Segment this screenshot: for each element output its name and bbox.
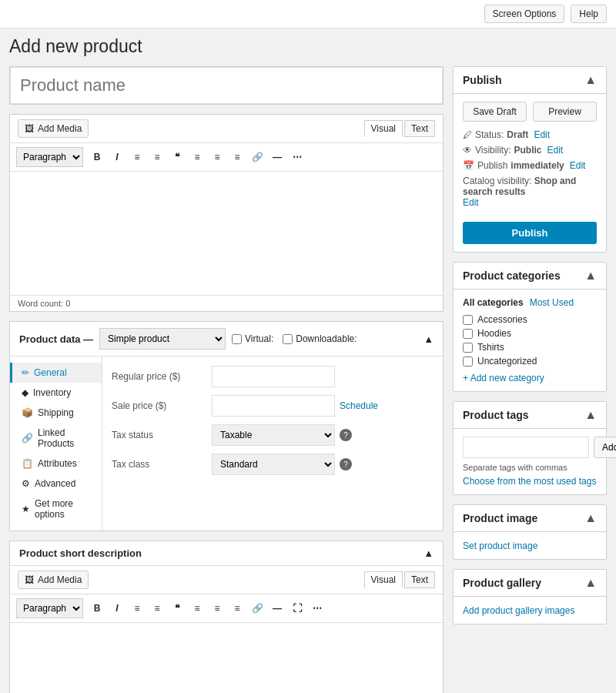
regular-price-input[interactable]: [212, 366, 335, 387]
product-name-input[interactable]: [10, 67, 443, 104]
short-desc-add-media-button[interactable]: 🖼 Add Media: [18, 571, 89, 589]
category-item: Uncategorized: [463, 356, 597, 367]
tax-status-help-icon[interactable]: ?: [340, 429, 352, 441]
categories-panel-header: Product categories ▲: [454, 263, 606, 290]
short-desc-text-tab[interactable]: Text: [404, 571, 435, 588]
italic-button[interactable]: I: [108, 148, 126, 166]
sd-align-left-button[interactable]: ≡: [188, 599, 206, 618]
tax-class-help-icon[interactable]: ?: [340, 458, 352, 470]
set-product-image-link[interactable]: Set product image: [463, 541, 537, 551]
tags-panel-body: Add Separate tags with commas Choose fro…: [454, 429, 606, 494]
add-gallery-images-link[interactable]: Add product gallery images: [463, 605, 574, 616]
product-data-body: ✏ General ◆ Inventory 📦 Shipping 🔗 Linke…: [10, 357, 443, 531]
virtual-label: Virtual:: [232, 333, 273, 344]
sd-italic-button[interactable]: I: [108, 599, 126, 618]
nav-item-linked-products[interactable]: 🔗 Linked Products: [10, 423, 102, 454]
catalog-label: Catalog visibility:: [463, 176, 531, 186]
text-tab[interactable]: Text: [404, 120, 435, 137]
publish-toggle-icon[interactable]: ▲: [584, 73, 597, 87]
sd-link-button[interactable]: 🔗: [248, 599, 266, 618]
unordered-list-button[interactable]: ≡: [128, 148, 146, 166]
tax-class-select[interactable]: Standard Reduced rate Zero rate: [212, 454, 335, 475]
help-button[interactable]: Help: [571, 5, 607, 23]
most-used-tab[interactable]: Most Used: [530, 297, 574, 308]
catalog-edit-link[interactable]: Edit: [463, 197, 597, 208]
publish-panel-title: Publish: [463, 74, 502, 86]
editor-content-area[interactable]: [10, 172, 443, 295]
status-edit-link[interactable]: Edit: [534, 129, 550, 140]
category-hoodies-label: Hoodies: [477, 328, 511, 339]
nav-item-general[interactable]: ✏ General: [10, 363, 102, 383]
category-hoodies-checkbox[interactable]: [463, 329, 473, 339]
choose-tags-link[interactable]: Choose from the most used tags: [463, 476, 596, 487]
tag-input[interactable]: [463, 437, 589, 458]
short-desc-add-media-label: Add Media: [38, 574, 82, 585]
virtual-checkbox[interactable]: [232, 334, 242, 344]
add-media-button[interactable]: 🖼 Add Media: [18, 119, 89, 138]
short-desc-format-bar: Paragraph B I ≡ ≡ ❝ ≡ ≡ ≡ 🔗 — ⛶ ⋯: [10, 594, 443, 623]
sd-align-right-button[interactable]: ≡: [228, 599, 246, 618]
bold-button[interactable]: B: [88, 148, 106, 166]
schedule-link[interactable]: Schedule: [340, 400, 378, 411]
category-tshirts-checkbox[interactable]: [463, 343, 473, 353]
sd-align-center-button[interactable]: ≡: [208, 599, 226, 618]
downloadable-checkbox[interactable]: [283, 334, 293, 344]
ordered-list-button[interactable]: ≡: [148, 148, 166, 166]
category-uncategorized-checkbox[interactable]: [463, 357, 473, 367]
screen-options-button[interactable]: Screen Options: [484, 5, 565, 23]
sd-unordered-list-button[interactable]: ≡: [128, 599, 146, 618]
add-new-category-link[interactable]: + Add new category: [463, 373, 597, 383]
nav-get-more-label: Get more options: [35, 498, 92, 520]
tax-status-select[interactable]: Taxable Shipping only None: [212, 424, 335, 446]
visual-tab[interactable]: Visual: [364, 120, 403, 137]
product-gallery-toggle[interactable]: ▲: [584, 576, 597, 590]
publish-status-row: 🖊 Status: Draft Edit: [463, 129, 597, 140]
publish-time-edit-link[interactable]: Edit: [570, 160, 586, 171]
sd-fullscreen-button[interactable]: ⛶: [288, 599, 306, 618]
sd-more-button[interactable]: ⋯: [308, 599, 326, 618]
category-item: Tshirts: [463, 342, 597, 353]
categories-toggle[interactable]: ▲: [584, 269, 597, 283]
align-center-button[interactable]: ≡: [208, 148, 226, 166]
nav-item-advanced[interactable]: ⚙ Advanced: [10, 474, 102, 494]
short-desc-toggle[interactable]: ▲: [424, 547, 434, 559]
short-desc-content-area[interactable]: [10, 623, 443, 693]
short-desc-add-media-icon: 🖼: [25, 574, 34, 585]
blockquote-button[interactable]: ❝: [168, 148, 186, 166]
product-type-select[interactable]: Simple product Variable product Grouped …: [99, 328, 226, 350]
align-right-button[interactable]: ≡: [228, 148, 246, 166]
add-media-label: Add Media: [38, 123, 82, 134]
page-title: Add new product: [0, 28, 616, 66]
short-desc-paragraph-select[interactable]: Paragraph: [16, 598, 83, 618]
word-count: Word count: 0: [10, 295, 443, 311]
sd-blockquote-button[interactable]: ❝: [168, 599, 186, 618]
product-image-toggle[interactable]: ▲: [584, 511, 597, 525]
short-desc-visual-tab[interactable]: Visual: [364, 571, 403, 588]
product-data-toggle[interactable]: ▲: [424, 333, 434, 345]
save-draft-button[interactable]: Save Draft: [463, 102, 527, 122]
nav-item-shipping[interactable]: 📦 Shipping: [10, 403, 102, 423]
tags-toggle[interactable]: ▲: [584, 408, 597, 422]
all-categories-tab[interactable]: All categories: [463, 297, 524, 308]
link-button[interactable]: 🔗: [248, 148, 266, 166]
product-data-panel: Product data — Simple product Variable p…: [9, 321, 444, 531]
more-button[interactable]: ⋯: [288, 148, 306, 166]
sd-bold-button[interactable]: B: [88, 599, 106, 618]
sd-ordered-list-button[interactable]: ≡: [148, 599, 166, 618]
paragraph-select[interactable]: Paragraph: [16, 147, 83, 167]
category-accessories-checkbox[interactable]: [463, 315, 473, 325]
horizontal-rule-button[interactable]: —: [268, 148, 286, 166]
add-tag-button[interactable]: Add: [594, 437, 616, 458]
regular-price-label: Regular price ($): [112, 371, 212, 382]
editor-toolbar-top: 🖼 Add Media Visual Text: [10, 115, 443, 143]
visibility-edit-link[interactable]: Edit: [547, 145, 563, 156]
nav-item-inventory[interactable]: ◆ Inventory: [10, 383, 102, 403]
sale-price-input[interactable]: [212, 395, 335, 417]
align-left-button[interactable]: ≡: [188, 148, 206, 166]
preview-button[interactable]: Preview: [533, 102, 597, 122]
publish-button[interactable]: Publish: [463, 222, 597, 244]
nav-item-attributes[interactable]: 📋 Attributes: [10, 454, 102, 474]
sd-horizontal-rule-button[interactable]: —: [268, 599, 286, 618]
short-desc-mode-tabs: Visual Text: [364, 571, 435, 588]
nav-item-get-more[interactable]: ★ Get more options: [10, 494, 102, 524]
